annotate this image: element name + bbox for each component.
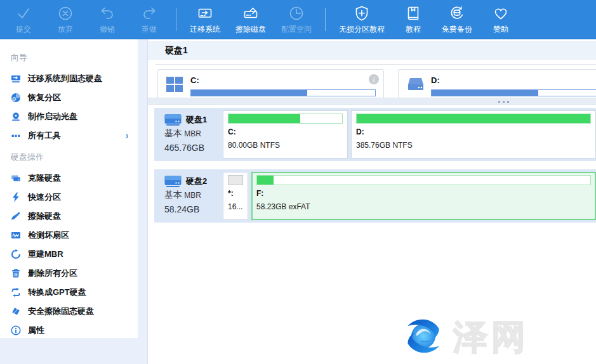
migrate-ssd-icon (11, 74, 21, 84)
properties-icon (11, 325, 21, 335)
sidebar-item-wipe-brush[interactable]: 擦除硬盘 (0, 207, 138, 226)
sidebar-item-label: 迁移系统到固态硬盘 (28, 73, 102, 84)
partition-block-D[interactable]: D:385.76GB NTFS (351, 110, 596, 159)
sidebar-item-properties[interactable]: 属性 (0, 321, 138, 340)
partition-size-fs: 80.00GB NTFS (228, 141, 343, 150)
partition-size-fs: 58.23GB exFAT (256, 202, 591, 211)
splitter-grip-icon[interactable] (498, 101, 509, 103)
sidebar-item-recover-partition[interactable]: 恢复分区 (0, 88, 138, 107)
partition-usage-fill (357, 114, 590, 123)
sidebar-item-quick-partition[interactable]: 快速分区 (0, 188, 138, 207)
overview-card-C[interactable]: C:i (157, 69, 384, 98)
sidebar-item-migrate-ssd[interactable]: 迁移系统到固态硬盘 (0, 69, 138, 88)
check-icon (15, 4, 32, 22)
sidebar-item-all-tools[interactable]: 所有工具› (0, 126, 138, 145)
sidebar-item-convert-gpt[interactable]: 转换成GPT硬盘 (0, 283, 138, 302)
partition-block-unnamed[interactable]: *:16... (223, 172, 248, 220)
info-icon[interactable]: i (369, 74, 379, 84)
toolbar-button-heart[interactable]: 赞助 (480, 0, 522, 39)
toolbar-button-migrate-os[interactable]: 迁移系统 (182, 0, 228, 39)
chevron-right-icon: › (126, 130, 128, 141)
partition-label: *: (228, 189, 243, 198)
sidebar-item-bootable-media[interactable]: 制作启动光盘 (0, 107, 138, 126)
sidebar-item-label: 制作启动光盘 (28, 111, 77, 122)
toolbar: 提交放弃撤销重做迁移系统擦除磁盘配置空间无损分区教程教程免费备份赞助 (0, 0, 596, 39)
sidebar-item-label: 快速分区 (28, 192, 61, 203)
toolbar-button-label: 迁移系统 (190, 24, 220, 35)
disk-list: 硬盘1基本 MBR465.76GBC:80.00GB NTFSD:385.76G… (154, 108, 596, 223)
convert-gpt-icon (11, 287, 21, 297)
partition-manager-window: 提交放弃撤销重做迁移系统擦除磁盘配置空间无损分区教程教程免费备份赞助 向导迁移系… (0, 0, 596, 364)
toolbar-button-cancel: 放弃 (44, 0, 86, 39)
disk-name: 硬盘1 (186, 114, 207, 126)
sidebar-item-label: 所有工具 (28, 130, 61, 141)
recover-partition-icon (11, 93, 21, 103)
partition-size-fs: 385.76GB NTFS (356, 141, 591, 150)
sidebar-item-label: 检测坏扇区 (28, 230, 69, 241)
sidebar-item-surface-test[interactable]: 检测坏扇区 (0, 226, 138, 245)
delete-all-icon (11, 268, 21, 278)
clone-disk-icon (11, 173, 21, 183)
toolbar-button-shield-plus[interactable]: 无损分区教程 (331, 0, 392, 39)
volume-overview: C:iD: (148, 67, 596, 98)
toolbar-button-label: 配置空间 (281, 24, 312, 35)
toolbar-button-label: 提交 (16, 24, 31, 35)
sidebar-item-label: 恢复分区 (28, 92, 61, 103)
toolbar-button-backup[interactable]: 免费备份 (434, 0, 480, 39)
bootable-media-icon (11, 112, 21, 122)
sidebar-section-title: 硬盘操作 (0, 145, 138, 169)
sidebar-item-label: 转换成GPT硬盘 (28, 287, 86, 298)
toolbar-button-label: 无损分区教程 (339, 24, 385, 35)
sidebar-item-delete-all[interactable]: 删除所有分区 (0, 264, 138, 283)
disk-drive-icon (164, 175, 182, 188)
sidebar-item-label: 重建MBR (28, 249, 63, 260)
divider-line (156, 64, 596, 65)
toolbar-separator (176, 8, 176, 31)
partition-usage-bar (256, 175, 591, 185)
disk-size: 58.24GB (164, 204, 220, 214)
overview-card-D[interactable]: D: (398, 69, 596, 98)
sidebar-item-rebuild-mbr[interactable]: 重建MBR (0, 245, 138, 264)
disk-row: 硬盘2基本 MBR58.24GB*:16...F:58.23GB exFAT (154, 169, 596, 223)
disk-type: 基本 MBR (164, 190, 220, 201)
sidebar-item-clone-disk[interactable]: 克隆硬盘 (0, 169, 138, 188)
all-tools-icon (11, 131, 21, 141)
watermark-text: 泽网 (453, 315, 529, 361)
sidebar-item-label: 删除所有分区 (28, 268, 77, 279)
partition-usage-bar (228, 175, 243, 185)
sidebar-item-label: 擦除硬盘 (28, 211, 61, 222)
partition-size-fs: 16... (228, 202, 243, 211)
sidebar-item-label: 属性 (28, 325, 44, 336)
watermark: 泽网 (399, 313, 529, 361)
partition-block-C[interactable]: C:80.00GB NTFS (223, 110, 348, 159)
disk-info-panel[interactable]: 硬盘2基本 MBR58.24GB (157, 172, 220, 220)
overview-splitter[interactable] (148, 98, 596, 105)
partition-usage-bar (356, 114, 591, 124)
migrate-os-icon (196, 4, 214, 22)
partition-usage-fill (228, 176, 242, 185)
overview-usage-fill (191, 90, 307, 96)
allocate-space-icon (288, 4, 305, 22)
toolbar-button-allocate-space: 配置空间 (274, 0, 319, 39)
overview-volume-label: D: (431, 75, 596, 85)
toolbar-button-label: 教程 (406, 24, 421, 35)
partition-block-F[interactable]: F:58.23GB exFAT (251, 172, 596, 220)
partition-usage-fill (257, 176, 274, 185)
disk-tab-bar[interactable]: 硬盘1 (148, 41, 596, 60)
backup-icon (448, 4, 466, 22)
toolbar-button-label: 免费备份 (442, 24, 472, 35)
disk-row: 硬盘1基本 MBR465.76GBC:80.00GB NTFSD:385.76G… (154, 108, 596, 161)
sidebar-item-secure-erase[interactable]: 安全擦除固态硬盘 (0, 302, 138, 321)
toolbar-button-wipe-disk[interactable]: 擦除磁盘 (228, 0, 274, 39)
toolbar-button-book[interactable]: 教程 (392, 0, 434, 39)
overview-usage-bar (431, 89, 596, 96)
quick-partition-icon (11, 192, 21, 202)
undo-icon (98, 4, 116, 22)
overview-usage-bar (190, 89, 376, 96)
toolbar-button-undo: 撤销 (86, 0, 128, 39)
disk-tab-label: 硬盘1 (165, 45, 188, 56)
disk-info-panel[interactable]: 硬盘1基本 MBR465.76GB (157, 110, 220, 159)
secure-erase-icon (11, 306, 21, 316)
main-area: 硬盘1 C:iD: 硬盘1基本 MBR465.76GBC:80.00GB NTF… (148, 39, 596, 364)
toolbar-button-label: 放弃 (58, 24, 73, 35)
